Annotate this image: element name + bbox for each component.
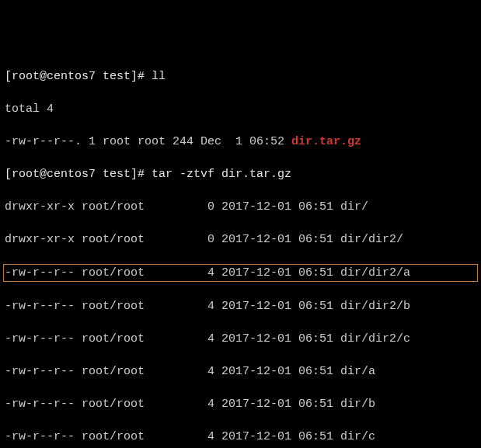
output-text: -rw-r--r--. 1 root root 244 Dec 1 06:52 — [5, 135, 291, 148]
terminal-line: -rw-r--r--. 1 root root 244 Dec 1 06:52 … — [5, 134, 476, 150]
terminal-line: -rw-r--r-- root/root 4 2017-12-01 06:51 … — [5, 429, 476, 445]
terminal-line: drwxr-xr-x root/root 0 2017-12-01 06:51 … — [5, 231, 476, 248]
output-text: -rw-r--r-- root/root 4 2017-12-01 06:51 … — [5, 398, 375, 411]
terminal-line: -rw-r--r-- root/root 4 2017-12-01 06:51 … — [5, 298, 476, 314]
archive-file: dir.tar.gz — [291, 135, 361, 148]
output-text: drwxr-xr-x root/root 0 2017-12-01 06:51 … — [5, 233, 403, 246]
shell-prompt: [root@centos7 test]# — [5, 168, 152, 181]
output-text: -rw-r--r-- root/root 4 2017-12-01 06:51 … — [5, 365, 375, 378]
command-text: tar -ztvf dir.tar.gz — [152, 168, 291, 181]
terminal-line: [root@centos7 test]# ll — [5, 68, 476, 85]
terminal-line: -rw-r--r-- root/root 4 2017-12-01 06:51 … — [5, 363, 476, 380]
terminal-line: drwxr-xr-x root/root 0 2017-12-01 06:51 … — [5, 199, 476, 215]
output-text: total 4 — [5, 102, 54, 116]
command-text: ll — [152, 70, 166, 83]
output-text: -rw-r--r-- root/root 4 2017-12-01 06:51 … — [5, 300, 410, 313]
output-text: drwxr-xr-x root/root 0 2017-12-01 06:51 … — [5, 200, 368, 214]
terminal-line: [root@centos7 test]# tar -ztvf dir.tar.g… — [5, 166, 476, 182]
highlighted-output-line: -rw-r--r-- root/root 4 2017-12-01 06:51 … — [3, 264, 478, 282]
shell-prompt: [root@centos7 test]# — [5, 70, 152, 83]
output-text: -rw-r--r-- root/root 4 2017-12-01 06:51 … — [5, 266, 410, 280]
terminal-line: total 4 — [5, 101, 476, 117]
output-text: -rw-r--r-- root/root 4 2017-12-01 06:51 … — [5, 332, 410, 346]
terminal-line: -rw-r--r-- root/root 4 2017-12-01 06:51 … — [5, 331, 476, 347]
terminal-line: -rw-r--r-- root/root 4 2017-12-01 06:51 … — [5, 396, 476, 412]
output-text: -rw-r--r-- root/root 4 2017-12-01 06:51 … — [5, 430, 375, 443]
